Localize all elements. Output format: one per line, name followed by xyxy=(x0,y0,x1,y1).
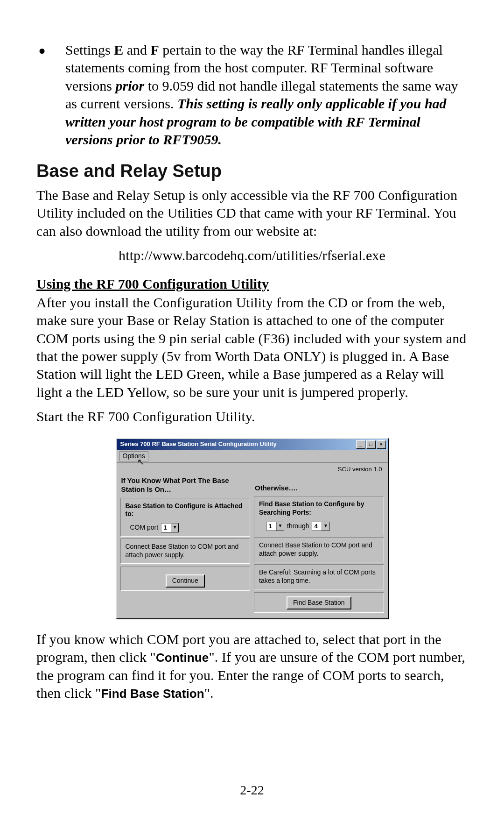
com-port-value: 1 xyxy=(161,524,171,532)
continue-button[interactable]: Continue xyxy=(166,574,205,588)
utility-url: http://www.barcodehq.com/utilities/rfser… xyxy=(36,247,468,264)
close-button[interactable]: × xyxy=(377,440,386,449)
menubar: Options ↖ xyxy=(117,450,388,463)
search-from-value: 1 xyxy=(267,522,276,531)
bullet-item: • Settings E and F pertain to the way th… xyxy=(36,41,468,149)
search-to-value: 4 xyxy=(312,522,322,531)
t: F xyxy=(151,42,159,57)
subheading-using-utility: Using the RF 700 Configuration Utility xyxy=(36,275,468,293)
right-button-row: Find Base Station xyxy=(254,592,384,613)
after-sub-paragraph: After you install the Configuration Util… xyxy=(36,294,468,401)
intro-paragraph: The Base and Relay Setup is only accessi… xyxy=(36,186,468,240)
t: E xyxy=(114,42,123,57)
t: Settings xyxy=(65,42,114,57)
search-from-dropdown[interactable]: 1 ▼ xyxy=(266,522,284,531)
start-paragraph: Start the RF 700 Configuration Utility. xyxy=(36,408,468,425)
config-utility-screenshot: Series 700 RF Base Station Serial Config… xyxy=(116,438,389,619)
t: prior xyxy=(116,78,145,93)
client-area: SCU version 1.0 If You Know What Port Th… xyxy=(117,463,388,618)
menu-options[interactable]: Options xyxy=(119,451,148,461)
bullet-text: Settings E and F pertain to the way the … xyxy=(65,41,468,149)
com-port-dropdown[interactable]: 1 ▼ xyxy=(161,523,179,532)
left-group-note: Connect Base Station to COM port and att… xyxy=(120,538,251,564)
titlebar: Series 700 RF Base Station Serial Config… xyxy=(117,439,388,450)
left-group-port-label: Base Station to Configure is Attached to… xyxy=(126,502,243,518)
com-port-label: COM port xyxy=(130,524,159,532)
right-column: Otherwise…. Find Base Station to Configu… xyxy=(254,473,384,613)
bullet-dot: • xyxy=(36,41,65,149)
find-base-station-button[interactable]: Find Base Station xyxy=(287,596,351,609)
right-group-note1: Connect Base Station to COM port and att… xyxy=(254,537,384,562)
left-column: If You Know What Port The Base Station I… xyxy=(120,473,251,613)
left-button-row: Continue xyxy=(120,567,251,591)
minimize-button[interactable]: _ xyxy=(356,440,365,449)
page-number: 2-22 xyxy=(0,782,504,799)
right-group-note2: Be Careful: Scanning a lot of COM ports … xyxy=(254,564,384,589)
tail-paragraph: If you know which COM port you are attac… xyxy=(36,631,468,702)
right-group-search: Find Base Station to Configure by Search… xyxy=(254,496,384,535)
t: ". xyxy=(204,685,214,701)
t: and xyxy=(123,42,150,57)
chevron-down-icon: ▼ xyxy=(276,522,284,531)
chevron-down-icon: ▼ xyxy=(171,524,178,532)
t: Continue xyxy=(156,651,209,665)
through-label: through xyxy=(287,522,309,531)
chevron-down-icon: ▼ xyxy=(322,522,329,531)
t: Find Base Station xyxy=(101,687,204,701)
maximize-button[interactable]: □ xyxy=(366,440,376,449)
right-group-search-label: Find Base Station to Configure by Search… xyxy=(259,500,364,516)
search-to-dropdown[interactable]: 4 ▼ xyxy=(312,522,329,531)
window-controls: _ □ × xyxy=(355,440,386,449)
window: Series 700 RF Base Station Serial Config… xyxy=(116,438,389,619)
heading-base-relay: Base and Relay Setup xyxy=(36,160,468,183)
window-title: Series 700 RF Base Station Serial Config… xyxy=(120,440,355,448)
left-group-port: Base Station to Configure is Attached to… xyxy=(120,498,251,537)
left-heading: If You Know What Port The Base Station I… xyxy=(120,473,251,497)
right-heading: Otherwise…. xyxy=(254,473,384,496)
